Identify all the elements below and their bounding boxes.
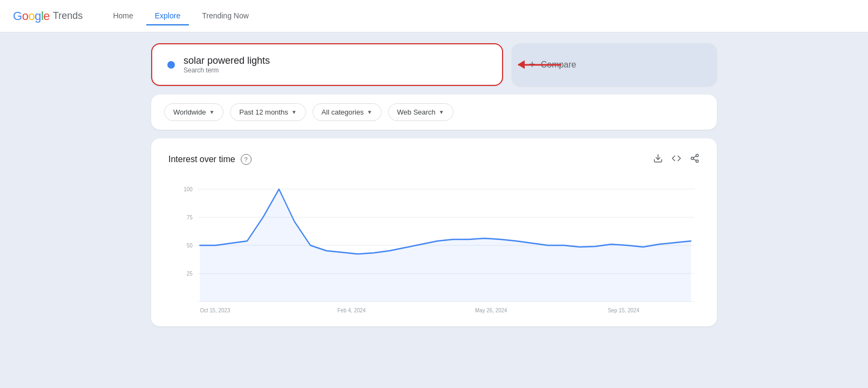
- chart-area: 100 75 50 25 Oct 15, 2023 Feb 4, 2024 Ma…: [168, 178, 700, 313]
- chevron-down-icon: ▼: [439, 109, 444, 115]
- chart-svg: 100 75 50 25 Oct 15, 2023 Feb 4, 2024 Ma…: [168, 178, 700, 313]
- help-icon[interactable]: ?: [241, 154, 252, 165]
- header: Google Trends Home Explore Trending Now: [0, 0, 868, 32]
- filter-worldwide-label: Worldwide: [173, 108, 206, 116]
- svg-text:25: 25: [187, 271, 193, 277]
- chevron-down-icon: ▼: [367, 109, 372, 115]
- svg-text:May 26, 2024: May 26, 2024: [475, 307, 507, 313]
- svg-text:50: 50: [187, 243, 193, 249]
- svg-text:75: 75: [187, 215, 193, 221]
- filter-categories-label: All categories: [322, 108, 364, 116]
- chevron-down-icon: ▼: [209, 109, 214, 115]
- chart-title-row: Interest over time ?: [168, 154, 252, 165]
- logo-e: e: [43, 9, 50, 23]
- chart-card: Interest over time ?: [151, 138, 717, 326]
- svg-text:100: 100: [184, 186, 193, 193]
- download-icon[interactable]: [653, 153, 663, 165]
- search-term: solar powered lights: [184, 55, 270, 66]
- share-icon[interactable]: [690, 153, 700, 165]
- search-dot: [167, 61, 175, 69]
- filter-row: Worldwide ▼ Past 12 months ▼ All categor…: [151, 95, 717, 130]
- embed-icon[interactable]: [672, 153, 681, 165]
- filter-time-period[interactable]: Past 12 months ▼: [230, 103, 306, 121]
- logo-g: G: [13, 9, 22, 23]
- chevron-down-icon: ▼: [291, 109, 297, 115]
- nav-trending-now[interactable]: Trending Now: [193, 7, 257, 25]
- nav-home[interactable]: Home: [104, 7, 141, 25]
- logo-o1: o: [22, 9, 29, 23]
- main-content: solar powered lights Search term + Compa…: [0, 32, 868, 337]
- chart-header: Interest over time ?: [168, 153, 700, 165]
- chart-title: Interest over time: [168, 155, 235, 164]
- main-nav: Home Explore Trending Now: [104, 7, 257, 25]
- svg-text:Sep 15, 2024: Sep 15, 2024: [608, 307, 640, 313]
- svg-text:Oct 15, 2023: Oct 15, 2023: [200, 307, 230, 313]
- search-row: solar powered lights Search term + Compa…: [151, 43, 717, 86]
- logo-o2: o: [28, 9, 35, 23]
- filter-search-type-label: Web Search: [397, 108, 436, 116]
- svg-line-5: [693, 156, 696, 158]
- nav-explore[interactable]: Explore: [146, 7, 189, 25]
- svg-line-4: [693, 159, 696, 160]
- filter-categories[interactable]: All categories ▼: [313, 103, 382, 121]
- logo-g2: g: [35, 9, 41, 23]
- logo-trends-text: Trends: [53, 10, 83, 22]
- arrow-annotation: [518, 64, 561, 65]
- chart-actions: [653, 153, 700, 165]
- svg-text:Feb 4, 2024: Feb 4, 2024: [337, 307, 366, 313]
- search-box[interactable]: solar powered lights Search term: [151, 43, 503, 86]
- filter-search-type[interactable]: Web Search ▼: [388, 103, 453, 121]
- search-type-label: Search term: [184, 66, 270, 74]
- filter-worldwide[interactable]: Worldwide ▼: [164, 103, 223, 121]
- google-trends-logo: Google Trends: [13, 9, 83, 23]
- filter-time-label: Past 12 months: [239, 108, 288, 116]
- search-text-block: solar powered lights Search term: [184, 55, 270, 74]
